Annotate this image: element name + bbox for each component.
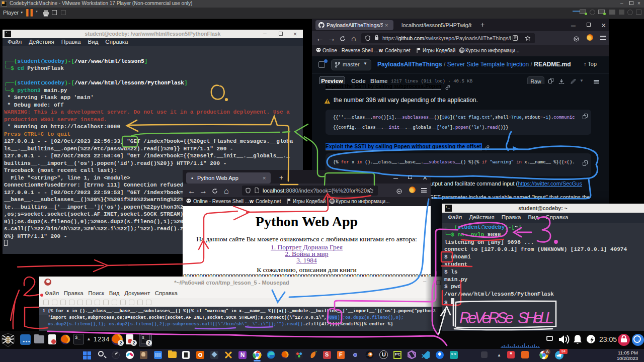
svg-text:ReVeRSe: ReVeRSe (459, 309, 514, 327)
svg-text:SHeLL: SHeLL (518, 309, 554, 327)
